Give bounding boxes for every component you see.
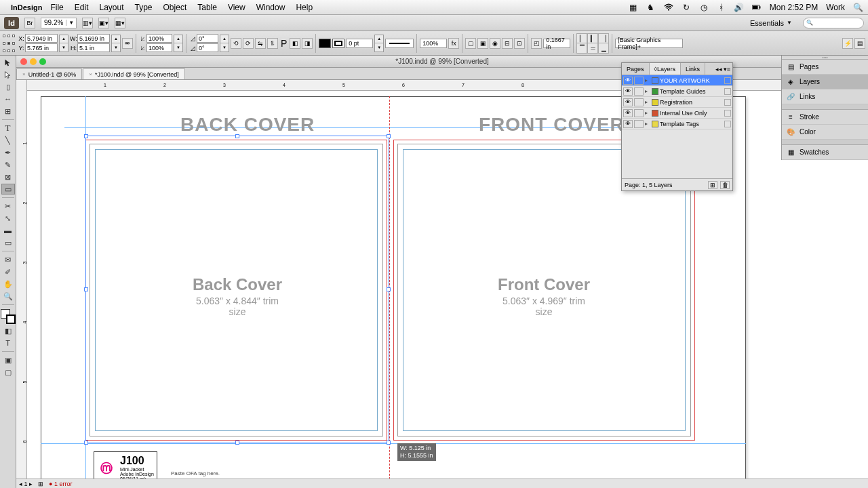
menu-file[interactable]: File xyxy=(50,3,63,12)
selection-frame[interactable] xyxy=(85,136,389,443)
layer-row[interactable]: 👁 ▸ Template Tags xyxy=(622,119,732,129)
shear-field[interactable] xyxy=(197,43,218,52)
align-top-button[interactable]: ▔ xyxy=(576,43,587,54)
menu-type[interactable]: Type xyxy=(135,3,153,12)
pen-tool[interactable]: ✒ xyxy=(1,147,15,158)
scale-x-field[interactable] xyxy=(146,34,172,43)
content-collector-tool[interactable]: ⊞ xyxy=(1,106,15,117)
visibility-toggle[interactable]: 👁 xyxy=(623,77,633,85)
selection-proxy[interactable] xyxy=(724,110,731,117)
corner-button[interactable]: ◰ xyxy=(531,38,542,49)
eyedropper-tool[interactable]: ✐ xyxy=(1,266,15,277)
page-tool[interactable]: ▯ xyxy=(1,81,15,92)
help-search-input[interactable] xyxy=(803,18,864,28)
lock-toggle[interactable] xyxy=(634,87,644,96)
disclosure-icon[interactable]: ▸ xyxy=(645,99,650,105)
panel-tab-pages[interactable]: Pages xyxy=(622,63,650,75)
x-stepper[interactable]: ▲▼ xyxy=(59,35,68,52)
document-tab[interactable]: ×*J100.indd @ 99% [Converted] xyxy=(83,68,184,79)
volume-icon[interactable]: 🔊 xyxy=(734,3,744,12)
panel-tab-links[interactable]: Links xyxy=(681,63,705,75)
disclosure-icon[interactable]: ▸ xyxy=(645,121,650,127)
sync-icon[interactable]: ↻ xyxy=(682,3,691,12)
dock-pages[interactable]: ▤Pages xyxy=(782,60,868,75)
battery-icon[interactable] xyxy=(752,3,762,12)
selection-proxy[interactable] xyxy=(724,88,731,95)
delete-layer-button[interactable]: 🗑 xyxy=(720,181,730,189)
workspace-switcher[interactable]: Essentials▼ xyxy=(745,18,797,28)
normal-view-button[interactable]: ▣ xyxy=(1,354,15,365)
menuextra-icon[interactable]: ▦ xyxy=(629,3,638,12)
document-canvas[interactable]: BACK COVER FRONT COVER Back Cover 5.063″… xyxy=(27,91,868,488)
rectangle-frame-tool[interactable]: ⊠ xyxy=(1,171,15,182)
lock-toggle[interactable] xyxy=(634,120,644,128)
formatting-button[interactable]: T xyxy=(1,338,15,348)
bluetooth-icon[interactable]: ᚼ xyxy=(717,3,726,12)
menu-table[interactable]: Table xyxy=(197,3,217,12)
view-options-button[interactable]: ▥▾ xyxy=(82,18,93,28)
stroke-stepper[interactable]: ▲▼ xyxy=(374,35,384,52)
menu-window[interactable]: Window xyxy=(256,3,285,12)
scale-stepper[interactable]: ▲▼ xyxy=(174,35,183,52)
direct-selection-tool[interactable] xyxy=(1,69,15,80)
horizontal-guide[interactable] xyxy=(41,443,746,444)
dock-layers[interactable]: ◈Layers xyxy=(782,75,868,89)
zoom-level[interactable]: 99.2%▼ xyxy=(41,18,77,28)
clock[interactable]: Mon 2:52 PM xyxy=(770,3,818,12)
x-field[interactable] xyxy=(25,34,58,43)
hand-tool[interactable]: ✋ xyxy=(1,279,15,289)
app-menu[interactable]: InDesign xyxy=(11,3,42,12)
gradient-swatch-tool[interactable]: ▬ xyxy=(1,225,15,236)
layers-panel[interactable]: Pages ◊ Layers Links ◂◂▾≡ 👁 ▸ YOUR ARTWO… xyxy=(621,62,733,191)
scale-y-field[interactable] xyxy=(146,43,172,52)
page-nav[interactable]: ◂ 1 ▸ xyxy=(19,481,33,487)
gap-tool[interactable]: ↔ xyxy=(1,94,15,104)
rot-stepper[interactable]: ▲▼ xyxy=(220,35,229,52)
layer-row[interactable]: 👁 ▸ Template Guides xyxy=(622,86,732,97)
arrange-button[interactable]: ▦▾ xyxy=(115,18,125,28)
rotate-cw-button[interactable]: ⟳ xyxy=(243,38,254,49)
menu-edit[interactable]: Edit xyxy=(75,3,89,12)
wrap-jump-button[interactable]: ⊟ xyxy=(502,38,513,49)
close-tab-icon[interactable]: × xyxy=(89,71,92,77)
wrap-bbox-button[interactable]: ▣ xyxy=(477,38,488,49)
align-vcenter-button[interactable]: ═ xyxy=(587,43,598,54)
menu-layout[interactable]: Layout xyxy=(99,3,123,12)
flip-h-button[interactable]: ⇋ xyxy=(255,38,266,49)
panel-menu-icon[interactable]: ▾≡ xyxy=(724,66,730,73)
layer-row[interactable]: 👁 ▸ YOUR ARTWORK xyxy=(622,75,732,86)
preview-button[interactable]: ▢ xyxy=(1,367,15,378)
align-bottom-button[interactable]: ▁ xyxy=(598,43,609,54)
selection-tool[interactable] xyxy=(1,57,15,68)
layer-row[interactable]: 👁 ▸ Registration xyxy=(622,97,732,108)
visibility-toggle[interactable]: 👁 xyxy=(623,98,633,106)
selection-proxy[interactable] xyxy=(724,121,731,127)
bridge-button[interactable]: Br xyxy=(24,18,35,28)
quick-apply-button[interactable]: ⚡ xyxy=(842,38,853,49)
rectangle-tool[interactable]: ▭ xyxy=(1,184,15,195)
fill-stroke-indicator[interactable] xyxy=(1,309,16,324)
close-tab-icon[interactable]: × xyxy=(22,71,26,77)
dock-swatches[interactable]: ▦Swatches xyxy=(782,145,868,160)
pencil-tool[interactable]: ✎ xyxy=(1,159,15,170)
layer-row[interactable]: 👁 ▸ Internal Use Only xyxy=(622,108,732,119)
panel-tab-layers[interactable]: ◊ Layers xyxy=(650,63,681,75)
opacity-field[interactable]: 100% xyxy=(420,39,447,48)
select-container-button[interactable]: ◧ xyxy=(290,38,300,49)
selection-proxy[interactable] xyxy=(724,77,731,84)
note-tool[interactable]: ✉ xyxy=(1,254,15,265)
spotlight-icon[interactable]: 🔍 xyxy=(853,3,863,12)
reference-point[interactable] xyxy=(3,35,15,52)
menu-object[interactable]: Object xyxy=(163,3,187,12)
wrap-shape-button[interactable]: ◉ xyxy=(490,38,500,49)
collapse-panel-icon[interactable]: ◂◂ xyxy=(715,66,722,73)
wrap-column-button[interactable]: ⊡ xyxy=(514,38,525,49)
disclosure-icon[interactable]: ▸ xyxy=(645,110,650,116)
open-button[interactable]: ⊞ xyxy=(38,481,43,487)
wh-stepper[interactable]: ▲▼ xyxy=(111,35,121,52)
horizontal-ruler[interactable]: 1 2 3 4 5 6 7 8 xyxy=(27,80,868,91)
fill-swatch[interactable] xyxy=(319,39,331,48)
zoom-tool[interactable]: 🔍 xyxy=(1,291,15,302)
type-tool[interactable]: T xyxy=(1,123,15,134)
h-field[interactable] xyxy=(77,43,110,52)
